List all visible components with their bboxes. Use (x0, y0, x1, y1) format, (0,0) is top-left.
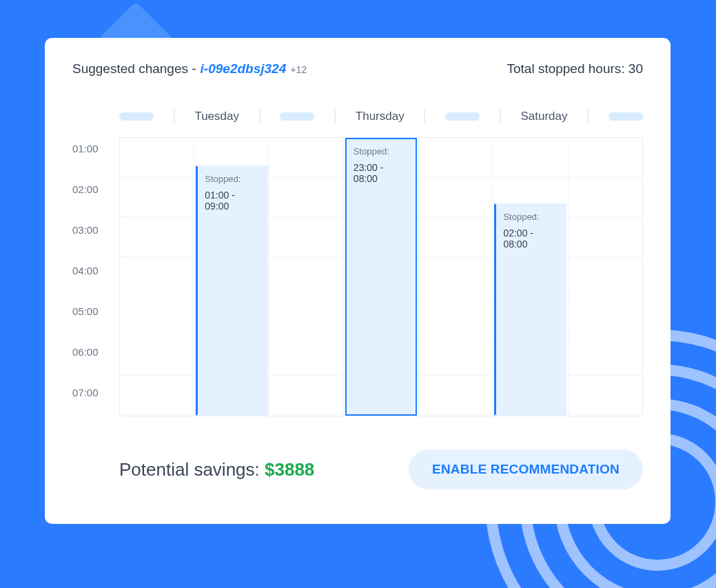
day-label-saturday: Saturday (520, 110, 567, 123)
total-value: 30 (628, 61, 643, 76)
day-axis: Tuesday Thursday Saturday (119, 110, 643, 123)
day-placeholder (445, 112, 480, 121)
day-separator (334, 110, 336, 123)
day-placeholder (280, 112, 314, 121)
day-separator (174, 110, 175, 123)
total-label: Total stopped hours: (507, 61, 628, 76)
day-placeholder (608, 112, 643, 121)
y-tick: 02:00 (72, 183, 99, 195)
block-label: Stopped: (354, 146, 409, 156)
more-instances-count[interactable]: +12 (290, 64, 307, 75)
stopped-block-saturday[interactable]: Stopped: 02:00 - 08:00 (494, 203, 566, 416)
card-footer: Potential savings: $3888 ENABLE RECOMMEN… (72, 449, 643, 489)
stopped-block-thursday[interactable]: Stopped: 23:00 - 08:00 (345, 138, 417, 416)
recommendation-card: Suggested changes - i-09e2dbsj324 +12 To… (45, 38, 671, 524)
y-tick: 07:00 (72, 387, 99, 398)
potential-savings: Potential savings: $3888 (119, 459, 314, 480)
block-time: 01:00 - 09:00 (205, 190, 259, 212)
block-label: Stopped: (503, 212, 558, 222)
day-separator (424, 110, 425, 123)
day-placeholder (119, 112, 154, 121)
day-label-thursday: Thursday (356, 110, 405, 123)
total-stopped-hours: Total stopped hours: 30 (507, 61, 643, 77)
suggested-changes-label: Suggested changes - (72, 61, 196, 77)
day-separator (259, 110, 260, 123)
stopped-block-tuesday[interactable]: Stopped: 01:00 - 09:00 (196, 165, 267, 416)
block-label: Stopped: (205, 174, 259, 184)
y-tick: 01:00 (72, 143, 99, 154)
schedule-chart: 01:00 02:00 03:00 04:00 05:00 06:00 07:0… (72, 137, 643, 416)
chart-grid: Stopped: 01:00 - 09:00 Stopped: 23:00 - … (119, 137, 643, 416)
y-tick: 06:00 (72, 346, 99, 358)
day-separator (500, 110, 501, 123)
y-tick: 05:00 (72, 305, 99, 317)
y-axis: 01:00 02:00 03:00 04:00 05:00 06:00 07:0… (72, 137, 119, 416)
enable-recommendation-button[interactable]: ENABLE RECOMMENDATION (409, 449, 643, 489)
card-header: Suggested changes - i-09e2dbsj324 +12 To… (72, 61, 643, 77)
savings-label: Potential savings: (119, 459, 265, 480)
day-label-tuesday: Tuesday (194, 110, 239, 123)
day-separator (587, 110, 589, 123)
instance-id-link[interactable]: i-09e2dbsj324 (201, 61, 287, 77)
y-tick: 03:00 (72, 224, 99, 236)
y-tick: 04:00 (72, 265, 99, 276)
block-time: 23:00 - 08:00 (354, 162, 409, 184)
savings-amount: $3888 (265, 459, 314, 480)
block-time: 02:00 - 08:00 (503, 227, 558, 250)
